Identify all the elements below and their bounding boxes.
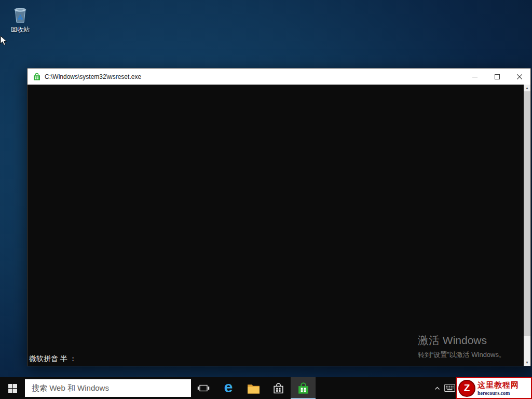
desktop: 回收站 C:\Windows\system32\wsreset.exe: [0, 0, 532, 399]
store-green-icon: [297, 382, 310, 395]
watermark-logo: Z: [458, 380, 475, 397]
window-titlebar[interactable]: C:\Windows\system32\wsreset.exe: [28, 68, 530, 85]
recycle-bin[interactable]: 回收站: [5, 3, 35, 34]
scrollbar-down-arrow-icon[interactable]: ▼: [524, 359, 530, 366]
store-icon: [33, 73, 41, 81]
touch-keyboard-icon[interactable]: [443, 377, 456, 399]
store-outline-icon: [272, 382, 284, 394]
taskbar-search-box[interactable]: 搜索 Web 和 Windows: [25, 379, 191, 397]
minimize-icon: [472, 74, 478, 79]
maximize-icon: [495, 74, 500, 79]
search-placeholder: 搜索 Web 和 Windows: [32, 383, 109, 393]
start-button[interactable]: [0, 377, 25, 399]
wsreset-console-window: C:\Windows\system32\wsreset.exe: [27, 68, 531, 366]
window-controls: [463, 68, 530, 85]
folder-icon: [247, 383, 260, 394]
task-view-button[interactable]: [191, 377, 216, 399]
ime-status-text: 微软拼音 半 ：: [29, 354, 77, 364]
close-icon: [517, 74, 522, 79]
keyboard-icon: [444, 384, 455, 392]
console-scrollbar[interactable]: ▲ ▼: [524, 85, 530, 366]
edge-browser-icon[interactable]: e: [216, 377, 241, 399]
windows-logo-icon: [8, 384, 17, 393]
task-view-icon: [197, 383, 210, 393]
store-running-icon[interactable]: [291, 377, 316, 399]
chevron-up-icon: [434, 386, 440, 391]
activate-subtitle: 转到“设置”以激活 Windows。: [418, 350, 506, 360]
taskbar: 搜索 Web 和 Windows e: [0, 377, 532, 399]
watermark-title: 这里教程网: [478, 380, 519, 390]
site-watermark: Z 这里教程网 herecours.com: [456, 377, 532, 399]
edge-letter: e: [224, 379, 233, 395]
mouse-cursor: [0, 35, 7, 46]
system-tray: [431, 377, 456, 399]
watermark-subtitle: herecours.com: [478, 390, 519, 396]
scrollbar-thumb[interactable]: [524, 91, 530, 336]
window-title: C:\Windows\system32\wsreset.exe: [45, 73, 463, 80]
maximize-button[interactable]: [486, 68, 508, 85]
activate-windows-watermark: 激活 Windows 转到“设置”以激活 Windows。: [418, 333, 506, 360]
watermark-text: 这里教程网 herecours.com: [478, 380, 519, 396]
tray-chevron-up-icon[interactable]: [431, 377, 443, 399]
close-button[interactable]: [508, 68, 530, 85]
console-output: 激活 Windows 转到“设置”以激活 Windows。 微软拼音 半 ： ▲…: [28, 85, 530, 366]
scrollbar-up-arrow-icon[interactable]: ▲: [524, 85, 530, 91]
recycle-bin-label: 回收站: [5, 25, 35, 34]
minimize-button[interactable]: [463, 68, 486, 85]
store-taskbar-icon[interactable]: [266, 377, 291, 399]
activate-title: 激活 Windows: [418, 333, 506, 348]
watermark-logo-glyph: Z: [464, 382, 470, 394]
recycle-bin-icon: [10, 3, 30, 25]
file-explorer-icon[interactable]: [241, 377, 266, 399]
